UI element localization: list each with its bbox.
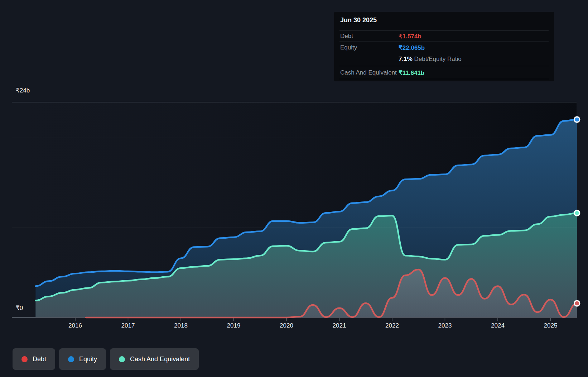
legend-item-label: Equity	[79, 355, 97, 363]
x-axis-year-label: 2021	[333, 322, 346, 329]
chart-tooltip: Jun 30 2025 Debt ₹1.574b Equity ₹22.065b…	[334, 12, 554, 81]
x-axis-year-label: 2016	[68, 322, 82, 329]
debt-endpoint-marker[interactable]	[574, 301, 580, 306]
x-axis-year-label: 2025	[544, 322, 558, 329]
x-axis-year-label: 2019	[227, 322, 241, 329]
tooltip-debt-label: Debt	[340, 33, 353, 40]
tooltip-cash-label: Cash And Equivalent	[340, 69, 397, 76]
tooltip-cash-value: ₹11.641b	[399, 69, 424, 77]
chart-legend: Debt Equity Cash And Equivalent	[13, 348, 199, 370]
legend-item-label: Cash And Equivalent	[130, 355, 190, 363]
debt-series-dot-icon	[21, 356, 28, 362]
tooltip-divider	[339, 42, 549, 42]
legend-item-equity[interactable]: Equity	[59, 348, 106, 370]
legend-item-label: Debt	[33, 355, 46, 363]
tooltip-ratio-value: 7.1% Debt/Equity Ratio	[399, 56, 462, 63]
cash-series-dot-icon	[119, 356, 125, 362]
tooltip-divider	[339, 79, 549, 79]
debt-equity-history-chart: ₹24b ₹0 20162017201820192020202120222023…	[0, 0, 588, 377]
cash-endpoint-marker[interactable]	[574, 210, 580, 216]
tooltip-equity-label: Equity	[340, 44, 357, 51]
x-axis-year-label: 2024	[491, 322, 505, 329]
tooltip-ratio-label: Debt/Equity Ratio	[413, 56, 462, 62]
tooltip-equity-value: ₹22.065b	[399, 44, 425, 52]
tooltip-divider	[339, 30, 549, 30]
y-axis-label-zero: ₹0	[16, 304, 23, 312]
tooltip-debt-value: ₹1.574b	[399, 33, 421, 40]
x-axis-year-label: 2022	[385, 322, 399, 329]
legend-item-debt[interactable]: Debt	[13, 348, 55, 370]
x-axis-year-label: 2020	[280, 322, 293, 329]
equity-endpoint-marker[interactable]	[574, 117, 580, 122]
x-axis-year-label: 2018	[174, 322, 188, 329]
tooltip-date: Jun 30 2025	[340, 16, 377, 24]
x-axis-year-label: 2017	[121, 322, 135, 329]
x-axis-year-label: 2023	[438, 322, 452, 329]
legend-item-cash[interactable]: Cash And Equivalent	[110, 348, 199, 370]
y-axis-label-max: ₹24b	[16, 87, 30, 94]
equity-series-dot-icon	[68, 356, 74, 362]
tooltip-divider	[339, 66, 549, 66]
